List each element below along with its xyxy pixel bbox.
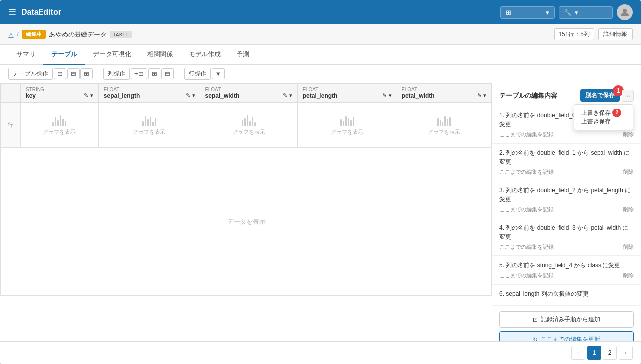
edit-item-4-record: ここまでの編集を記録 bbox=[499, 243, 554, 251]
add-col-icon[interactable]: +⊡ bbox=[131, 68, 147, 79]
edit-item-5-record: ここまでの編集を記録 bbox=[499, 272, 554, 279]
side-panel-title: テーブルの編集内容 bbox=[499, 91, 557, 100]
col-name-key: key bbox=[26, 92, 36, 99]
col-header-petal-width: FLOAT petal_width ✎ ▾ bbox=[397, 84, 491, 103]
filter-icon[interactable]: ▼ bbox=[212, 68, 225, 79]
badge-2: 2 bbox=[612, 109, 621, 117]
cell-sepal-length-graph: グラフを表示 bbox=[98, 103, 200, 148]
graph-label-key[interactable]: グラフを表示 bbox=[43, 128, 76, 136]
edit-col-sepal-width-icon[interactable]: ✎ bbox=[283, 92, 287, 99]
table-row: 行 グラフを表示 bbox=[1, 103, 492, 148]
prev-page-button[interactable]: ‹ bbox=[571, 346, 585, 360]
edit-col-petal-width-icon[interactable]: ✎ bbox=[477, 92, 481, 99]
update-edits-label: ここまでの編集を更新 bbox=[541, 335, 600, 341]
edit-item-3-delete[interactable]: 削除 bbox=[623, 206, 634, 213]
home-icon[interactable]: △ bbox=[8, 31, 14, 38]
edit-item-3-record: ここまでの編集を記録 bbox=[499, 206, 554, 213]
tab-prediction[interactable]: 予測 bbox=[229, 45, 257, 65]
wrench-dropdown[interactable]: 🔧 ▾ bbox=[559, 6, 613, 19]
tab-model[interactable]: モデル作成 bbox=[181, 45, 229, 65]
edit-item-5: 5. 列の名前を string_field_4 から class に変更 ここま… bbox=[492, 256, 641, 285]
edit-item-1-record: ここまでの編集を記録 bbox=[499, 131, 554, 138]
table-area: STRING key ✎ ▾ FLOAT sepal_length ✎ bbox=[0, 83, 492, 341]
collapse-cols-icon[interactable]: ⊟ bbox=[67, 68, 80, 79]
edit-item-5-delete[interactable]: 削除 bbox=[623, 272, 634, 279]
edit-item-2-record: ここまでの編集を記録 bbox=[499, 168, 554, 176]
add-from-record-button[interactable]: ⊡ 記録済み手順から追加 bbox=[499, 311, 634, 328]
cell-petal-width-graph: グラフを表示 bbox=[397, 103, 491, 148]
col-header-sepal-length: FLOAT sepal_length ✎ ▾ bbox=[98, 84, 200, 103]
tab-table[interactable]: テーブル bbox=[43, 45, 85, 65]
graph-label-petal-length[interactable]: グラフを表示 bbox=[331, 128, 363, 136]
edit-item-2-text: 2. 列の名前を double_field_1 から sepal_width に… bbox=[499, 148, 634, 166]
col-type-sepal-length: FLOAT bbox=[104, 87, 195, 92]
breadcrumb-separator: / bbox=[17, 31, 19, 38]
graph-label-petal-width[interactable]: グラフを表示 bbox=[428, 128, 460, 136]
tab-visualization[interactable]: データ可視化 bbox=[85, 45, 139, 65]
table-ops-button[interactable]: テーブル操作 bbox=[8, 68, 53, 80]
wrench-icon: 🔧 bbox=[564, 9, 572, 16]
edit-item-4: 4. 列の名前を double_field_3 から petal_width に… bbox=[492, 218, 641, 256]
save-as-button[interactable]: 別名で保存 1 bbox=[580, 89, 620, 102]
edit-item-2: 2. 列の名前を double_field_1 から sepal_width に… bbox=[492, 144, 641, 181]
toolbar-divider-2 bbox=[180, 69, 180, 79]
col-type-petal-width: FLOAT bbox=[402, 87, 486, 92]
col-petal-length-caret[interactable]: ▾ bbox=[389, 92, 392, 99]
pagination: ‹ 1 2 › bbox=[0, 341, 641, 364]
col-sepal-length-caret[interactable]: ▾ bbox=[192, 92, 195, 99]
graph-label-sepal-width[interactable]: グラフを表示 bbox=[233, 128, 265, 136]
col-merge-icon[interactable]: ⊞ bbox=[148, 68, 160, 79]
row-col-count: 151行：5列 bbox=[554, 28, 594, 40]
col-petal-width-caret[interactable]: ▾ bbox=[483, 92, 486, 99]
expand-cols-icon[interactable]: ⊡ bbox=[54, 68, 66, 79]
row-ops-button[interactable]: 行操作 bbox=[184, 68, 211, 80]
hamburger-icon[interactable]: ☰ bbox=[8, 7, 16, 18]
page-2-button[interactable]: 2 bbox=[603, 346, 617, 360]
tab-correlation[interactable]: 相関関係 bbox=[139, 45, 181, 65]
side-panel-header: テーブルの編集内容 別名で保存 1 ··· 上書き保存 2上書き保存 bbox=[492, 83, 641, 106]
col-sepal-width-caret[interactable]: ▾ bbox=[289, 92, 292, 99]
edit-item-3-text: 3. 列の名前を double_field_2 から petal_length … bbox=[499, 186, 634, 204]
next-page-button[interactable]: › bbox=[619, 346, 633, 360]
edit-item-4-delete[interactable]: 削除 bbox=[623, 243, 634, 251]
svg-point-0 bbox=[623, 9, 627, 13]
tab-summary[interactable]: サマリ bbox=[8, 45, 43, 65]
col-name-sepal-width: sepal_width bbox=[205, 92, 240, 99]
edit-item-6-text: 6. sepal_length 列の欠損値の変更 bbox=[499, 290, 634, 298]
refresh-icon: ↻ bbox=[533, 336, 538, 342]
col-key-caret[interactable]: ▾ bbox=[90, 92, 93, 99]
grid-view-icon[interactable]: ⊞ bbox=[80, 68, 93, 79]
overwrite-dropdown[interactable]: ··· 上書き保存 2上書き保存 bbox=[622, 90, 634, 102]
col-name-sepal-length: sepal_length bbox=[104, 92, 140, 99]
overwrite-save-item[interactable]: 上書き保存 2上書き保存 bbox=[574, 105, 633, 130]
caret-icon: ▾ bbox=[546, 9, 549, 16]
ellipsis-icon: ··· bbox=[625, 92, 630, 99]
page-1-button[interactable]: 1 bbox=[587, 346, 601, 360]
grid-dropdown[interactable]: ⊞ ▾ bbox=[500, 6, 555, 19]
edit-item-3: 3. 列の名前を double_field_2 から petal_length … bbox=[492, 181, 641, 218]
col-header-key: STRING key ✎ ▾ bbox=[21, 84, 99, 103]
graph-label-sepal-length[interactable]: グラフを表示 bbox=[133, 128, 165, 136]
edit-col-key-icon[interactable]: ✎ bbox=[84, 92, 88, 99]
edit-item-1-delete[interactable]: 削除 bbox=[623, 131, 634, 138]
edit-item-6: 6. sepal_length 列の欠損値の変更 bbox=[492, 285, 641, 306]
col-type-petal-length: FLOAT bbox=[303, 87, 392, 92]
col-type-key: STRING bbox=[26, 87, 93, 92]
user-avatar[interactable] bbox=[617, 4, 633, 20]
table-type-badge: TABLE bbox=[110, 31, 132, 38]
edit-col-sepal-length-icon[interactable]: ✎ bbox=[186, 92, 190, 99]
update-edits-button[interactable]: ↻ ここまでの編集を更新 bbox=[499, 331, 634, 341]
tabs-bar: サマリ テーブル データ可視化 相関関係 モデル作成 予測 bbox=[0, 45, 641, 65]
col-split-icon[interactable]: ⊟ bbox=[161, 68, 174, 79]
data-table: STRING key ✎ ▾ FLOAT sepal_length ✎ bbox=[0, 83, 492, 296]
cell-key-graph: グラフを表示 bbox=[21, 103, 99, 148]
col-ops-button[interactable]: 列操作 bbox=[103, 68, 130, 80]
dataset-name: あやめの基礎データ bbox=[49, 30, 107, 39]
edit-item-2-delete[interactable]: 削除 bbox=[623, 168, 634, 176]
cell-petal-length-graph: グラフを表示 bbox=[297, 103, 397, 148]
detail-info-button[interactable]: 詳細情報 bbox=[598, 28, 633, 40]
add-from-record-label: 記録済み手順から追加 bbox=[541, 315, 600, 324]
empty-data-message: データを表示 bbox=[6, 198, 486, 246]
dropdown-popup: 上書き保存 2上書き保存 bbox=[574, 104, 633, 130]
edit-col-petal-length-icon[interactable]: ✎ bbox=[382, 92, 387, 99]
